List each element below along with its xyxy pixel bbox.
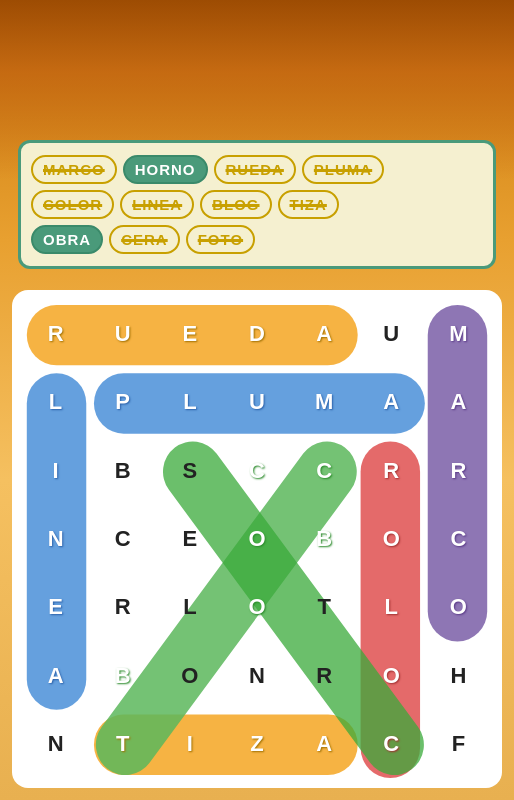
cell-5-3[interactable]: N — [223, 641, 290, 709]
cell-6-4[interactable]: A — [291, 710, 358, 778]
word-tiza[interactable]: TIZA — [278, 190, 339, 219]
cell-5-2[interactable]: O — [156, 641, 223, 709]
cell-0-4[interactable]: A — [291, 300, 358, 368]
word-list-row-1: MARCO HORNO RUEDA PLUMA — [31, 155, 483, 184]
word-list-panel: MARCO HORNO RUEDA PLUMA CoLOR LINEA BLOG… — [18, 140, 496, 269]
word-obra[interactable]: OBRA — [31, 225, 103, 254]
word-marco[interactable]: MARCO — [31, 155, 117, 184]
word-horno[interactable]: HORNO — [123, 155, 208, 184]
cell-0-2[interactable]: E — [156, 300, 223, 368]
cell-4-0[interactable]: E — [22, 573, 89, 641]
cell-2-6[interactable]: R — [425, 437, 492, 505]
cell-2-2[interactable]: S — [156, 437, 223, 505]
cell-4-1[interactable]: R — [89, 573, 156, 641]
word-color[interactable]: CoLOR — [31, 190, 114, 219]
cell-6-5[interactable]: C — [358, 710, 425, 778]
word-rueda[interactable]: RUEDA — [214, 155, 296, 184]
cell-1-0[interactable]: L — [22, 368, 89, 436]
word-pluma[interactable]: PLUMA — [302, 155, 384, 184]
cell-3-4[interactable]: B — [291, 505, 358, 573]
cell-5-5[interactable]: O — [358, 641, 425, 709]
cell-3-3[interactable]: O — [223, 505, 290, 573]
cell-2-5[interactable]: R — [358, 437, 425, 505]
cell-3-2[interactable]: E — [156, 505, 223, 573]
cell-2-4[interactable]: C — [291, 437, 358, 505]
cell-3-6[interactable]: C — [425, 505, 492, 573]
cell-5-6[interactable]: H — [425, 641, 492, 709]
cell-1-6[interactable]: A — [425, 368, 492, 436]
cell-6-1[interactable]: T — [89, 710, 156, 778]
cell-3-5[interactable]: O — [358, 505, 425, 573]
cell-0-6[interactable]: M — [425, 300, 492, 368]
word-linea[interactable]: LINEA — [120, 190, 194, 219]
grid-container: R U E D A U M L P L U M A A I B S C C R … — [22, 300, 492, 778]
cell-3-0[interactable]: N — [22, 505, 89, 573]
cell-1-2[interactable]: L — [156, 368, 223, 436]
cell-2-3[interactable]: C — [223, 437, 290, 505]
cell-1-1[interactable]: P — [89, 368, 156, 436]
cell-4-6[interactable]: O — [425, 573, 492, 641]
word-foto[interactable]: FOTO — [186, 225, 255, 254]
cell-1-3[interactable]: U — [223, 368, 290, 436]
cell-1-4[interactable]: M — [291, 368, 358, 436]
cell-5-0[interactable]: A — [22, 641, 89, 709]
cell-5-1[interactable]: B — [89, 641, 156, 709]
cell-4-3[interactable]: O — [223, 573, 290, 641]
grid-panel: R U E D A U M L P L U M A A I B S C C R … — [12, 290, 502, 788]
cell-6-6[interactable]: F — [425, 710, 492, 778]
cell-0-5[interactable]: U — [358, 300, 425, 368]
word-blog[interactable]: BLOG — [200, 190, 271, 219]
cell-1-5[interactable]: A — [358, 368, 425, 436]
cell-3-1[interactable]: C — [89, 505, 156, 573]
grid: R U E D A U M L P L U M A A I B S C C R … — [22, 300, 492, 778]
cell-0-0[interactable]: R — [22, 300, 89, 368]
cell-6-3[interactable]: Z — [223, 710, 290, 778]
cell-2-1[interactable]: B — [89, 437, 156, 505]
cell-6-0[interactable]: N — [22, 710, 89, 778]
cell-4-4[interactable]: T — [291, 573, 358, 641]
word-list-row-3: OBRA CERA FOTO — [31, 225, 483, 254]
cell-4-2[interactable]: L — [156, 573, 223, 641]
cell-0-1[interactable]: U — [89, 300, 156, 368]
cell-4-5[interactable]: L — [358, 573, 425, 641]
word-cera[interactable]: CERA — [109, 225, 180, 254]
cell-2-0[interactable]: I — [22, 437, 89, 505]
cell-5-4[interactable]: R — [291, 641, 358, 709]
word-list-row-2: CoLOR LINEA BLOG TIZA — [31, 190, 483, 219]
cell-0-3[interactable]: D — [223, 300, 290, 368]
cell-6-2[interactable]: I — [156, 710, 223, 778]
